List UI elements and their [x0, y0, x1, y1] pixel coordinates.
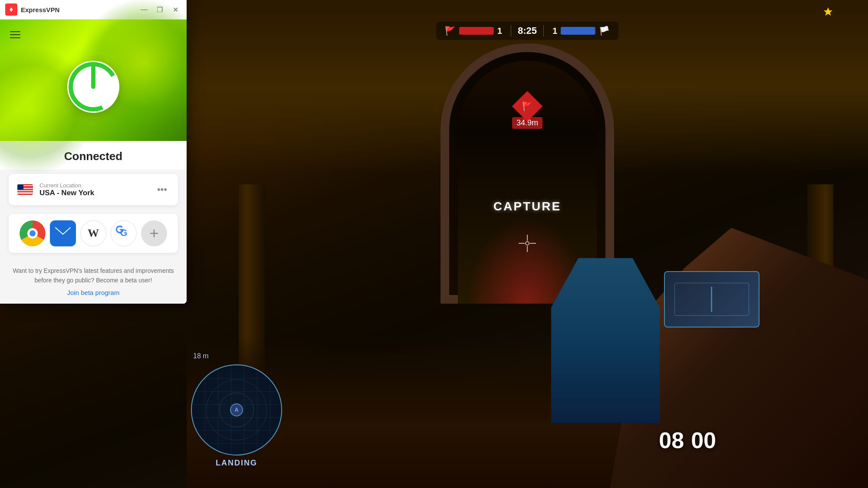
scope-inner — [674, 283, 750, 316]
us-flag — [17, 184, 33, 195]
location-card-left: Current Location USA - New York — [17, 182, 94, 197]
chrome-shortcut[interactable] — [20, 220, 46, 246]
score-blue-value: 1 — [552, 26, 557, 36]
app-logo — [5, 3, 17, 16]
scope-display — [665, 272, 759, 327]
mail-icon — [55, 227, 71, 239]
wikipedia-shortcut[interactable]: W — [80, 220, 106, 246]
wiki-w-letter: W — [88, 227, 99, 240]
score-team-red: 🚩 1 — [445, 26, 502, 36]
hud-top-center: 🚩 1 8:25 1 🏳️ — [436, 22, 618, 40]
google-icon: G — [116, 226, 132, 241]
scope-crosshair-v — [711, 287, 712, 312]
more-options-button[interactable]: ••• — [155, 182, 169, 197]
beta-description: Want to try ExpressVPN's latest features… — [9, 266, 178, 285]
chrome-inner — [27, 228, 38, 239]
app-title-text: ExpressVPN — [21, 6, 59, 13]
location-label: Current Location — [39, 182, 94, 189]
flag-blue-icon: 🏳️ — [599, 26, 610, 36]
hud-bottom-left: 18 m A LANDING — [191, 364, 282, 471]
minimap-distance: 18 m — [193, 352, 209, 360]
score-red-value: 1 — [497, 26, 502, 36]
title-bar-left: ExpressVPN — [5, 3, 59, 16]
hamburger-line-1 — [10, 31, 20, 32]
ammo-current: 08 — [659, 427, 684, 453]
ammo-reserve: 00 — [691, 427, 716, 453]
mail-icon-wrap — [50, 220, 76, 246]
power-icon — [67, 61, 119, 113]
svg-text:G: G — [120, 227, 127, 238]
power-button-container — [67, 61, 119, 113]
hamburger-line-3 — [10, 37, 20, 38]
hamburger-line-2 — [10, 34, 20, 35]
location-info: Current Location USA - New York — [39, 182, 94, 197]
health-bar-red — [459, 27, 494, 35]
kill-indicator — [823, 7, 833, 17]
chrome-icon-wrap — [20, 220, 46, 246]
google-icon-wrap: G — [111, 220, 137, 246]
add-shortcut-button[interactable] — [141, 220, 167, 246]
add-icon — [149, 228, 159, 239]
shortcuts-card: W G — [9, 214, 178, 253]
gun-scope — [664, 271, 760, 328]
vpn-window: ExpressVPN — ❐ ✕ — [0, 0, 187, 304]
flag-symbol: 🚩 — [522, 101, 533, 111]
score-bar: 🚩 1 8:25 1 🏳️ — [436, 22, 618, 40]
mail-shortcut[interactable] — [50, 220, 76, 246]
wiki-icon-wrap: W — [80, 220, 106, 246]
minimap-wrapper: 18 m A LANDING — [191, 364, 282, 455]
power-button[interactable] — [67, 61, 119, 113]
location-card[interactable]: Current Location USA - New York ••• — [9, 174, 178, 205]
minimap-container: A — [191, 364, 282, 455]
health-bar-blue — [561, 27, 595, 35]
minimap-label: LANDING — [216, 459, 257, 468]
svg-marker-5 — [824, 7, 832, 16]
beta-section: Want to try ExpressVPN's latest features… — [0, 257, 187, 304]
score-team-blue: 1 🏳️ — [552, 26, 610, 36]
location-value: USA - New York — [39, 189, 94, 197]
compass-indicator: A — [230, 403, 243, 416]
menu-button[interactable] — [7, 26, 24, 43]
flag-red-icon: 🚩 — [445, 26, 456, 36]
expressvpn-logo-icon — [7, 5, 16, 14]
capture-indicator: CAPTURE 🚩 34.9m — [512, 95, 542, 129]
player-hand — [551, 258, 660, 423]
flag-canton — [17, 184, 23, 190]
beta-link[interactable]: Join beta program — [9, 289, 178, 296]
game-scene: 🚩 1 8:25 1 🏳️ CAPTURE — [187, 0, 868, 488]
vpn-main: Connected Current Location USA - New Yor… — [0, 20, 187, 304]
game-timer: 8:25 — [511, 25, 544, 36]
google-shortcut[interactable]: G — [111, 220, 137, 246]
hud-ammo: 08 00 — [659, 427, 716, 453]
vpn-header — [0, 20, 187, 141]
kill-icon — [823, 7, 833, 17]
